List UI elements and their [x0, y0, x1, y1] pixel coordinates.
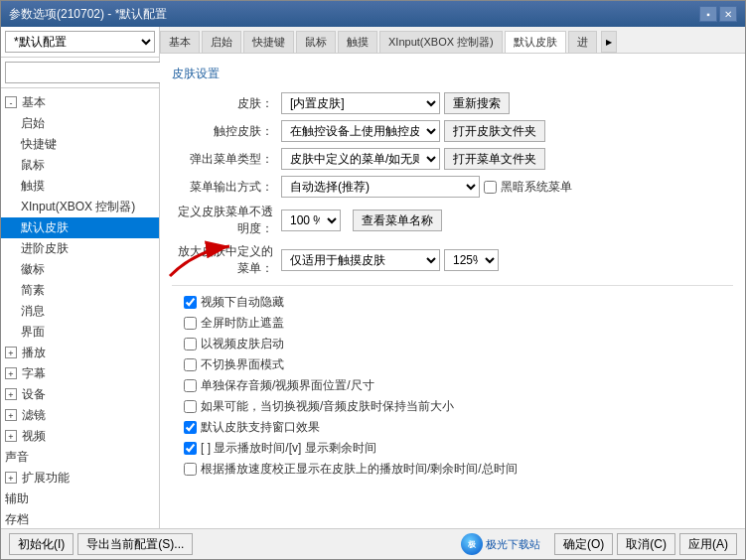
watermark-logo: 极 [461, 533, 483, 555]
scale-row: 放大皮肤中定义的菜单： 仅适用于触摸皮肤 125% [172, 243, 733, 277]
skin-select[interactable]: [内置皮肤] [281, 92, 440, 114]
watermark: 极 极光下载站 [461, 533, 540, 555]
cb-no-switch[interactable] [184, 358, 197, 371]
tree-item-advanced-skin[interactable]: 进阶皮肤 [1, 238, 159, 259]
scale-label: 放大皮肤中定义的菜单： [172, 243, 281, 277]
search-container: 🔍 [1, 58, 159, 88]
touch-skin-select[interactable]: 在触控设备上使用触控皮肤(推 [281, 120, 440, 142]
cb-save-pos-label: 单独保存音频/视频界面位置/尺寸 [201, 377, 374, 394]
close-button[interactable]: ✕ [719, 6, 737, 22]
tab-nav-button[interactable]: ▶ [601, 31, 617, 53]
content-area: *默认配置 🔍 - 基本 启始 快捷键 鼠标 触摸 [1, 27, 745, 528]
popup-menu-row: 弹出菜单类型： 皮肤中定义的菜单/如无则默 打开菜单文件夹 [172, 148, 733, 170]
right-panel: 基本 启始 快捷键 鼠标 触摸 XInput(XBOX 控制器) 默认皮肤 进 … [160, 27, 745, 528]
tree-item-icon[interactable]: 徽标 [1, 259, 159, 280]
tree-item-assist[interactable]: 辅助 [1, 489, 159, 509]
skin-label: 皮肤： [172, 95, 281, 112]
cb-row-hide: 视频下自动隐藏 [176, 294, 733, 311]
expander-extension: + [5, 472, 17, 484]
popup-menu-controls: 皮肤中定义的菜单/如无则默 打开菜单文件夹 [281, 148, 545, 170]
cancel-button[interactable]: 取消(C) [617, 533, 675, 555]
tree-item-document[interactable]: 存档 [1, 509, 159, 528]
expander-filter: + [5, 409, 17, 421]
dark-menu-label: 黑暗系统菜单 [501, 179, 572, 196]
tree-item-xinput[interactable]: XInput(XBOX 控制器) [1, 197, 159, 217]
cb-show-time-label: [ ] 显示播放时间/[v] 显示剩余时间 [201, 440, 376, 457]
profile-dropdown[interactable]: *默认配置 [5, 31, 155, 53]
section-title: 皮肤设置 [172, 66, 733, 82]
left-panel: *默认配置 🔍 - 基本 启始 快捷键 鼠标 触摸 [1, 27, 160, 528]
cb-auto-video[interactable] [184, 338, 197, 350]
tree-item-interface[interactable]: 界面 [1, 322, 159, 343]
export-button[interactable]: 导出当前配置(S)... [77, 533, 193, 555]
opacity-label: 定义皮肤菜单不透明度： [172, 204, 281, 237]
touch-skin-label: 触控皮肤： [172, 123, 281, 140]
tree-item-extension[interactable]: + 扩展功能 [1, 468, 159, 489]
tree-item-playback[interactable]: + 播放 [1, 343, 159, 363]
tree-item-mouse[interactable]: 鼠标 [1, 155, 159, 176]
opacity-controls: 100 % 查看菜单名称 [281, 210, 442, 231]
cb-window-effect-label: 默认皮肤支持窗口效果 [201, 419, 320, 436]
tree-item-subtitle[interactable]: + 字幕 [1, 363, 159, 384]
popup-menu-label: 弹出菜单类型： [172, 151, 281, 168]
title-bar: 参数选项(210702) - *默认配置 ▪ ✕ [1, 1, 745, 27]
tab-basic[interactable]: 基本 [160, 31, 200, 53]
cb-hide[interactable] [184, 296, 197, 309]
scale-filter-select[interactable]: 仅适用于触摸皮肤 [281, 249, 440, 271]
tab-advanced[interactable]: 进 [568, 31, 597, 53]
tree-item-shortcut[interactable]: 快捷键 [1, 134, 159, 155]
view-menu-names-button[interactable]: 查看菜单名称 [353, 210, 442, 231]
search-input[interactable] [5, 62, 164, 83]
expander-playback: + [5, 347, 17, 358]
tree-item-message[interactable]: 消息 [1, 301, 159, 322]
tab-xinput[interactable]: XInput(XBOX 控制器) [379, 31, 503, 53]
tree-item-default-skin[interactable]: 默认皮肤 [1, 217, 159, 238]
scale-percent-select[interactable]: 125% [444, 249, 499, 271]
popup-menu-select[interactable]: 皮肤中定义的菜单/如无则默 [281, 148, 440, 170]
opacity-select[interactable]: 100 % [281, 210, 341, 231]
tab-touch[interactable]: 触摸 [338, 31, 377, 53]
tree-item-video[interactable]: + 视频 [1, 426, 159, 447]
main-content: 皮肤设置 皮肤： [内置皮肤] 重新搜索 触控皮肤： [160, 54, 745, 528]
cb-correct-time-label: 根据播放速度校正显示在皮肤上的播放时间/剩余时间/总时间 [201, 461, 518, 478]
skin-controls: [内置皮肤] 重新搜索 [281, 92, 510, 114]
tab-shortcut[interactable]: 快捷键 [243, 31, 294, 53]
init-button[interactable]: 初始化(I) [9, 533, 74, 555]
cb-keep-size[interactable] [184, 400, 197, 413]
menu-output-select[interactable]: 自动选择(推荐) [281, 176, 480, 198]
cb-window-effect[interactable] [184, 421, 197, 434]
tabs-bar: 基本 启始 快捷键 鼠标 触摸 XInput(XBOX 控制器) 默认皮肤 进 … [160, 27, 745, 54]
rescan-button[interactable]: 重新搜索 [444, 92, 510, 114]
pin-button[interactable]: ▪ [699, 6, 717, 22]
cb-keep-size-label: 如果可能，当切换视频/音频皮肤时保持当前大小 [201, 398, 454, 415]
title-controls: ▪ ✕ [699, 6, 737, 22]
tree-container: - 基本 启始 快捷键 鼠标 触摸 XInput(XBOX 控制器) 默认皮肤 … [1, 88, 159, 528]
expander-basic: - [5, 96, 17, 108]
cb-row-auto-video: 以视频皮肤启动 [176, 336, 733, 352]
watermark-text: 极光下载站 [486, 537, 540, 552]
tab-start[interactable]: 启始 [202, 31, 241, 53]
tree-item-basic[interactable]: - 基本 [1, 92, 159, 113]
tab-default-skin[interactable]: 默认皮肤 [505, 31, 566, 54]
apply-button[interactable]: 应用(A) [679, 533, 737, 555]
tree-item-start[interactable]: 启始 [1, 113, 159, 134]
tree-item-audio[interactable]: 声音 [1, 447, 159, 468]
tab-mouse[interactable]: 鼠标 [296, 31, 336, 53]
open-menu-folder-button[interactable]: 打开菜单文件夹 [444, 148, 545, 170]
bottom-bar: 初始化(I) 导出当前配置(S)... 极 极光下载站 确定(O) 取消(C) … [1, 528, 745, 559]
tree-item-touch[interactable]: 触摸 [1, 176, 159, 197]
cb-row-fullscreen: 全屏时防止遮盖 [176, 315, 733, 332]
tree-item-simple[interactable]: 简素 [1, 280, 159, 301]
cb-save-pos[interactable] [184, 379, 197, 392]
expander-video: + [5, 430, 17, 442]
tree-item-filter[interactable]: + 滤镜 [1, 405, 159, 426]
ok-button[interactable]: 确定(O) [554, 533, 613, 555]
cb-correct-time[interactable] [184, 463, 197, 476]
cb-row-show-time: [ ] 显示播放时间/[v] 显示剩余时间 [176, 440, 733, 457]
dark-menu-checkbox[interactable] [484, 181, 497, 194]
open-skin-folder-button[interactable]: 打开皮肤文件夹 [444, 120, 545, 142]
cb-auto-video-label: 以视频皮肤启动 [201, 336, 284, 352]
cb-show-time[interactable] [184, 442, 197, 455]
tree-item-device[interactable]: + 设备 [1, 384, 159, 405]
cb-fullscreen[interactable] [184, 317, 197, 330]
